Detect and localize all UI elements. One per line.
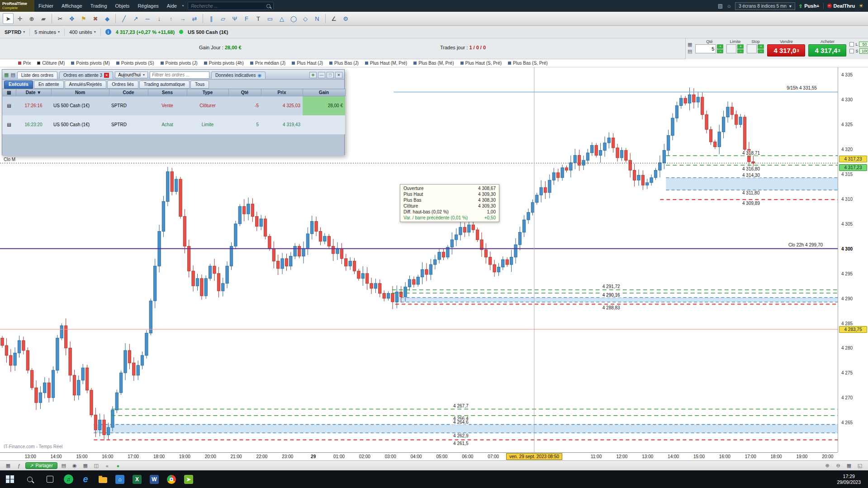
zigzag-tool[interactable]: N xyxy=(312,13,323,24)
move-tool[interactable]: ✥ xyxy=(66,13,77,24)
rectangle-tool[interactable]: ▭ xyxy=(265,13,275,24)
record-icon[interactable]: ● xyxy=(114,462,123,469)
menu-item-objets[interactable]: Objets xyxy=(111,0,134,12)
column-gain[interactable]: Gain xyxy=(303,89,345,96)
time-axis[interactable]: 13:0014:0015:0016:0017:0018:0019:0020:00… xyxy=(0,452,838,460)
limit-bracket-checkbox[interactable] xyxy=(849,42,854,47)
arrows-swap-tool[interactable]: ⇄ xyxy=(189,13,200,24)
period-select[interactable]: Aujourd'hui ▾ xyxy=(115,71,148,78)
brightness-icon[interactable]: ☼ xyxy=(726,3,731,9)
edge-icon[interactable]: e xyxy=(77,470,94,488)
close-tab-icon[interactable]: ✕ xyxy=(104,73,109,78)
file-explorer-icon[interactable] xyxy=(94,470,111,488)
eraser-tool[interactable]: ▰ xyxy=(38,13,49,24)
arrow-right-tool[interactable]: → xyxy=(177,13,188,24)
list-mini-icon[interactable]: ▤ xyxy=(10,72,15,78)
indicator-chip-prix-m-dian-j-[interactable]: Prix médian (J) xyxy=(250,61,285,66)
subtab-ex-cut-s[interactable]: Exécutés xyxy=(4,81,33,89)
quantity-stepper[interactable]: +− xyxy=(717,44,723,53)
quantity-input[interactable] xyxy=(695,44,716,53)
zoom-tool[interactable]: ⊕ xyxy=(26,13,37,24)
zoom-in-icon[interactable]: ⊕ xyxy=(823,462,832,469)
start-button[interactable] xyxy=(0,470,20,488)
ray-tool[interactable]: ↗ xyxy=(130,13,141,24)
order-row[interactable]: ▤ 17:26:16 US 500 Cash (1€) SPTRD Vente … xyxy=(2,96,345,115)
pattern-tool[interactable]: ◇ xyxy=(300,13,311,24)
indicator-chip-points-pivots-j-[interactable]: Points pivots (J) xyxy=(161,61,198,66)
minimize-icon[interactable]: — xyxy=(318,72,325,78)
column-qty[interactable]: Qté xyxy=(228,89,261,96)
keyboard-icon[interactable]: ▤ xyxy=(688,48,692,54)
fullscreen-icon[interactable]: ◱ xyxy=(855,462,864,469)
style-tool[interactable]: ◆ xyxy=(102,13,113,24)
detach-window-icon[interactable]: ❖ xyxy=(309,72,317,78)
indicator-chip-plus-haut-s-pr-[interactable]: Plus Haut (S, Pré) xyxy=(460,61,502,66)
order-row[interactable]: ▤ 16:23:20 US 500 Cash (1€) SPTRD Achat … xyxy=(2,115,345,134)
indicator-chip-points-pivots-4h-[interactable]: Points pivots (4h) xyxy=(204,61,244,66)
history-icon[interactable]: ◔ xyxy=(181,3,184,9)
taskbar-clock[interactable]: 17:29 29/09/2023 xyxy=(837,474,868,485)
chart-mini-icon[interactable]: ▦ xyxy=(4,72,9,78)
menu-item-rglages[interactable]: Réglages xyxy=(133,0,162,12)
price-axis[interactable]: 4 3354 3304 3254 3204 3154 3104 3054 300… xyxy=(838,67,868,452)
channel-tool[interactable]: ▱ xyxy=(218,13,228,24)
menu-item-fichier[interactable]: Fichier xyxy=(34,0,57,12)
subtab-en-attente[interactable]: En attente xyxy=(34,81,64,89)
column-name[interactable]: Nom xyxy=(51,89,109,96)
maximize-icon[interactable]: □ xyxy=(327,72,334,78)
column-type[interactable]: Type xyxy=(187,89,228,96)
share-button[interactable]: ↗ Partager xyxy=(25,462,57,469)
limit-input[interactable] xyxy=(726,44,736,53)
settings-sun-icon[interactable]: ☀ xyxy=(859,3,863,9)
indicator-chip-plus-haut-m-pr-[interactable]: Plus Haut (M, Pré) xyxy=(365,61,407,66)
search-input[interactable] xyxy=(191,4,264,9)
screens-selector[interactable]: 3 écrans 8 indices 5 mn ▾ xyxy=(735,2,795,10)
arrow-down-tool[interactable]: ↓ xyxy=(154,13,165,24)
chart-settings-tool[interactable]: ⚙ xyxy=(340,13,351,24)
horizontal-line-tool[interactable]: ─ xyxy=(142,13,153,24)
units-dropdown[interactable]: 400 unités ▾ xyxy=(69,29,96,35)
limit-bracket-value[interactable]: 50 xyxy=(859,42,868,47)
grid-icon[interactable]: ▦ xyxy=(81,462,90,469)
chrome-icon[interactable] xyxy=(163,470,180,488)
excel-icon[interactable]: X xyxy=(128,470,146,488)
tab-pending-orders[interactable]: Ordres en attente 3 ✕ xyxy=(59,71,113,79)
triangle-tool[interactable]: △ xyxy=(276,13,287,24)
tab-orders-list[interactable]: Liste des ordres xyxy=(17,71,57,79)
indicator-chip-points-pivots-m-[interactable]: Points pivots (M) xyxy=(71,61,109,66)
alert-tool[interactable]: ⚑ xyxy=(78,13,89,24)
store-icon[interactable]: ⌂ xyxy=(111,470,128,488)
dealthru-button[interactable]: − DealThru xyxy=(827,3,855,9)
parallel-lines-tool[interactable]: ∥ xyxy=(206,13,217,24)
stop-bracket-checkbox[interactable] xyxy=(849,49,854,53)
column-price[interactable]: Prix xyxy=(261,89,303,96)
stop-input[interactable] xyxy=(747,44,757,53)
close-icon[interactable]: ✕ xyxy=(335,72,342,78)
spotify-icon[interactable]: ♫ xyxy=(60,470,77,488)
indicator-chip-plus-bas-s-pr-[interactable]: Plus Bas (S, Pré) xyxy=(508,61,548,66)
ellipse-tool[interactable]: ◯ xyxy=(288,13,299,24)
menu-item-aide[interactable]: Aide xyxy=(163,0,181,12)
calendar-icon[interactable]: ▦ xyxy=(844,462,854,469)
previous-icon[interactable]: « xyxy=(103,462,112,469)
subtab-tous[interactable]: Tous xyxy=(190,81,209,89)
column-date[interactable]: Date ▼ xyxy=(16,89,51,96)
indicator-chip-plus-bas-j-[interactable]: Plus Bas (J) xyxy=(329,61,359,66)
print-icon[interactable]: ▤ xyxy=(59,462,68,469)
orders-filter-input[interactable] xyxy=(150,71,209,79)
indicator-fx-icon[interactable]: ƒ xyxy=(14,462,24,469)
cursor-tool[interactable]: ➤ xyxy=(3,13,14,24)
pointer-tool[interactable]: ✛ xyxy=(14,13,25,24)
chart-type-icon[interactable]: ▦ xyxy=(4,462,13,469)
calculator-icon[interactable]: ▦ xyxy=(688,42,692,47)
info-icon[interactable]: i xyxy=(105,29,111,35)
taskbar-search-button[interactable] xyxy=(20,470,40,488)
screenshot-icon[interactable]: ◉ xyxy=(70,462,79,469)
task-view-button[interactable] xyxy=(40,470,60,488)
row-type-icon-column[interactable]: ▤ xyxy=(2,89,16,96)
delete-tool[interactable]: ✖ xyxy=(90,13,101,24)
menu-item-trading[interactable]: Trading xyxy=(86,0,111,12)
timeframe-dropdown[interactable]: 5 minutes ▾ xyxy=(34,29,60,35)
indicator-chip-prix[interactable]: Prix xyxy=(18,61,31,66)
text-tool[interactable]: T xyxy=(253,13,264,24)
